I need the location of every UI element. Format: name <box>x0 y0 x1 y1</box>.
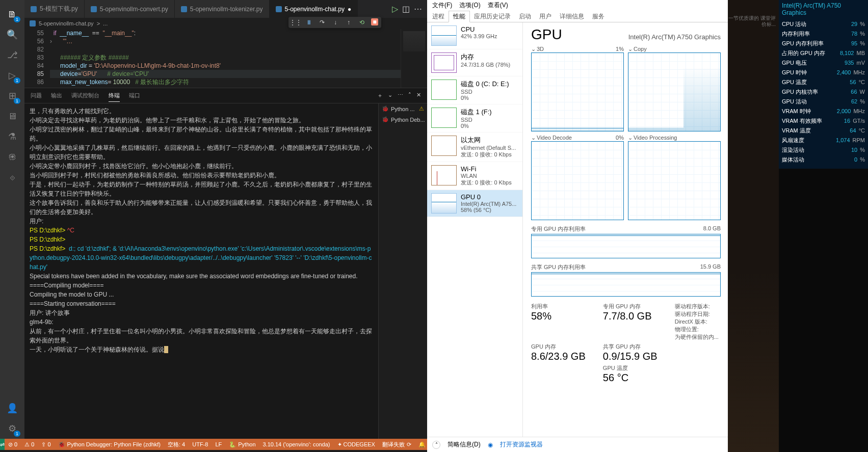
explorer-icon[interactable]: 🗎1 <box>5 7 19 21</box>
activity-bar: 🗎1 🔍 ⎇ ▷1 ⊞1 🖥 ⚗ ֎ ⟐ 👤 ⚙1 <box>0 0 24 439</box>
gpu-graph-video-processing[interactable]: Video Processing <box>628 135 721 220</box>
task-manager-footer: ˄ 简略信息(D) ◉ 打开资源监视器 <box>427 437 728 452</box>
gpu-graph-copy[interactable]: Copy <box>628 46 721 131</box>
perf-item-gpu[interactable]: GPU 0Intel(R) Arc(TM) A75...58% (56 °C) <box>427 190 522 217</box>
pause-icon[interactable]: ⏸ <box>305 18 313 26</box>
run-debug-icon[interactable]: ▷1 <box>5 68 19 83</box>
breadcrumb-more[interactable]: ... <box>103 20 108 26</box>
step-out-icon[interactable]: ↑ <box>345 18 353 26</box>
overlay-metric: CPU 活动29 % <box>782 19 865 29</box>
stop-icon[interactable]: ■ <box>371 18 378 25</box>
ai-icon[interactable]: ֎ <box>5 150 19 164</box>
warning-icon: ⚠ <box>419 105 424 112</box>
terminal-item[interactable]: 🐞Python Deb... <box>379 114 427 125</box>
accounts-icon[interactable]: 👤 <box>5 401 19 415</box>
debug-toolbar[interactable]: ⋮⋮ ⏸ ↷ ↓ ↑ ⟲ ■ <box>288 17 381 28</box>
panel-more-icon[interactable]: ⋯ <box>398 92 403 99</box>
drag-handle-icon[interactable]: ⋮⋮ <box>292 18 300 26</box>
step-over-icon[interactable]: ↷ <box>318 18 326 26</box>
tm-tab-应用历史记录[interactable]: 应用历史记录 <box>470 11 515 22</box>
overlay-metric: 占用的 GPU 内存8,102 MB <box>782 48 865 58</box>
status-encoding[interactable]: UTF-8 <box>189 439 212 450</box>
search-icon[interactable]: 🔍 <box>5 28 19 42</box>
gpu-graph-3d[interactable]: 3D1% <box>531 46 624 131</box>
terminal-output[interactable]: 里，只有勇敢的人才能找到它。小明决定去寻找这种草药，为老奶奶治病。他带上了一些干… <box>24 103 378 439</box>
panel-tab-terminal[interactable]: 终端 <box>109 90 120 102</box>
dedicated-gpu-memory-graph: 专用 GPU 内存利用率8.0 GB <box>531 225 721 258</box>
tab-convert[interactable]: 5-openvinollm-convert.py <box>85 0 175 18</box>
resource-monitor-icon: ◉ <box>488 441 493 448</box>
perf-item-wifi[interactable]: Wi-FiWLAN发送: 0 接收: 0 Kbps <box>427 162 522 190</box>
gpu-monitor-overlay[interactable]: Intel(R) Arc(TM) A750 Graphics CPU 活动29 … <box>779 0 868 169</box>
code-text[interactable]: if __name__ == "__main__":› '''… ###### … <box>50 29 401 88</box>
more-icon[interactable]: ⋯ <box>414 4 422 14</box>
restart-icon[interactable]: ⟲ <box>358 18 366 26</box>
perf-item-disk[interactable]: 磁盘 0 (C: D: E:)SSD0% <box>427 76 522 104</box>
overlay-metric: GPU 活动62 % <box>782 97 865 107</box>
status-codegeex[interactable]: ✦ CODEGEEX <box>334 439 379 450</box>
status-errors[interactable]: ⊘ 0 <box>5 439 21 450</box>
status-ports[interactable]: ⇪ 0 <box>38 439 54 450</box>
perf-item-eth[interactable]: 以太网vEthernet (Default S...发送: 0 接收: 0 Kb… <box>427 132 522 162</box>
split-editor-icon[interactable]: ◫ <box>402 4 410 14</box>
maximize-panel-icon[interactable]: ˄ <box>408 92 411 99</box>
testing-icon[interactable]: ⚗ <box>5 129 19 144</box>
collapse-icon[interactable]: ˄ <box>432 441 440 449</box>
status-eol[interactable]: LF <box>212 439 225 450</box>
tm-tab-进程[interactable]: 进程 <box>428 11 449 22</box>
terminal-dropdown-icon[interactable]: ⌄ <box>388 92 392 99</box>
status-language[interactable]: 🐍 Python <box>225 439 259 450</box>
status-debugger[interactable]: 🐞 Python Debugger: Python File (zdhkf) <box>55 439 164 450</box>
editor-tabs: 5-模型下载.py 5-openvinollm-convert.py 5-ope… <box>24 0 427 18</box>
overlay-metric: VRAM 温度64 °C <box>782 126 865 136</box>
menu-options[interactable]: 选项(O) <box>456 1 483 10</box>
run-file-icon[interactable]: ▷ <box>392 4 398 14</box>
panel-tab-output[interactable]: 输出 <box>51 90 62 101</box>
minimap[interactable] <box>401 29 427 88</box>
tab-chat[interactable]: 5-openvinollm-chat.py● <box>270 0 358 18</box>
remote-indicator[interactable]: ⇌ <box>0 439 5 450</box>
status-translate[interactable]: 翻译失败 ⟳ <box>379 439 415 450</box>
close-panel-icon[interactable]: ✕ <box>416 92 421 99</box>
code-editor[interactable]: 55568283848586 if __name__ == "__main__"… <box>24 29 427 88</box>
status-warnings[interactable]: ⚠ 0 <box>21 439 38 450</box>
remote-icon[interactable]: 🖥 <box>5 109 19 123</box>
status-bell-icon[interactable]: 🔔 <box>415 439 429 450</box>
overlay-title[interactable]: Intel(R) Arc(TM) A750 Graphics <box>782 2 865 16</box>
panel-tab-ports[interactable]: 端口 <box>129 90 140 101</box>
bug-icon: 🐞 <box>382 105 389 112</box>
codegeex-icon[interactable]: ⟐ <box>5 170 19 184</box>
desktop-shortcut-label: 一节优质课的 课堂评价标... <box>728 15 776 28</box>
terminal-item[interactable]: 🐞Python ...⚠ <box>379 103 427 114</box>
tm-tab-服务[interactable]: 服务 <box>588 11 609 22</box>
breadcrumb[interactable]: 5-openvinollm-chat.py > ... ⋮⋮ ⏸ ↷ ↓ ↑ ⟲… <box>24 18 427 29</box>
gpu-graph-video-decode[interactable]: Video Decode0% <box>531 135 624 220</box>
perf-item-disk[interactable]: 磁盘 1 (F:)SSD0% <box>427 104 522 132</box>
desktop-wallpaper: 一节优质课的 课堂评价标... <box>728 0 779 452</box>
extensions-icon[interactable]: ⊞1 <box>5 89 19 103</box>
settings-gear-icon[interactable]: ⚙1 <box>5 421 19 436</box>
tm-tab-详细信息[interactable]: 详细信息 <box>556 11 588 22</box>
open-resource-monitor-link[interactable]: 打开资源监视器 <box>500 440 543 449</box>
tab-tokenizer[interactable]: 5-openvinollm-tokenizer.py <box>175 0 270 18</box>
breadcrumb-file[interactable]: 5-openvinollm-chat.py <box>39 20 94 26</box>
overlay-metric: GPU 电压935 mV <box>782 58 865 68</box>
tm-tab-用户[interactable]: 用户 <box>535 11 556 22</box>
status-indent[interactable]: 空格: 4 <box>164 439 189 450</box>
shared-gpu-memory-graph: 共享 GPU 内存利用率15.9 GB <box>531 263 721 297</box>
overlay-metric: GPU 内存利用率95 % <box>782 39 865 48</box>
perf-item-cpu[interactable]: CPU42% 3.99 GHz <box>427 22 522 49</box>
tm-tab-性能[interactable]: 性能 <box>449 11 470 22</box>
tab-model-download[interactable]: 5-模型下载.py <box>24 0 85 18</box>
menu-view[interactable]: 查看(V) <box>485 1 511 10</box>
panel-tab-debug-console[interactable]: 调试控制台 <box>71 90 99 101</box>
panel-tab-problems[interactable]: 问题 <box>31 90 42 101</box>
menu-file[interactable]: 文件(F) <box>429 1 455 10</box>
new-terminal-icon[interactable]: ＋ <box>377 92 383 99</box>
source-control-icon[interactable]: ⎇ <box>5 48 19 62</box>
status-interpreter[interactable]: 3.10.14 ('openvino': conda) <box>259 439 334 450</box>
brief-info-link[interactable]: 简略信息(D) <box>448 440 481 449</box>
perf-item-mem[interactable]: 内存24.7/31.8 GB (78%) <box>427 49 522 76</box>
step-into-icon[interactable]: ↓ <box>331 18 339 26</box>
tm-tab-启动[interactable]: 启动 <box>515 11 535 22</box>
